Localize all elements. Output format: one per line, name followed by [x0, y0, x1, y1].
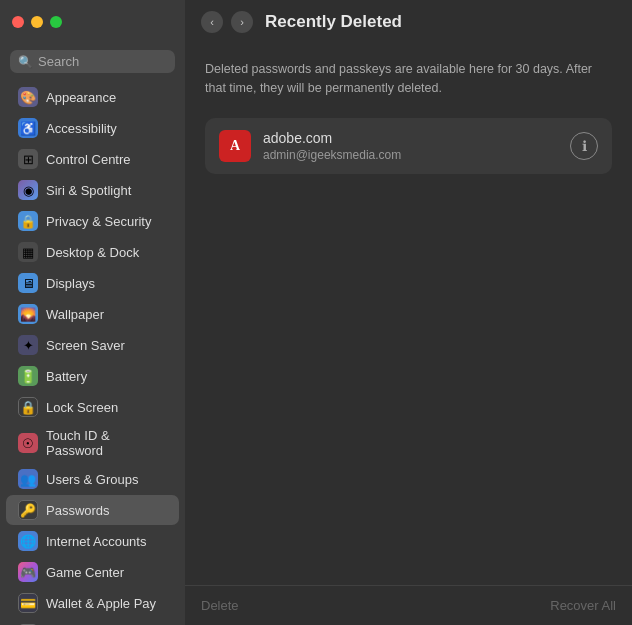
- password-email: admin@igeeksmedia.com: [263, 148, 558, 162]
- sidebar-item-label-desktop-dock: Desktop & Dock: [46, 245, 139, 260]
- recover-all-button[interactable]: Recover All: [550, 598, 616, 613]
- sidebar-item-label-wallet: Wallet & Apple Pay: [46, 596, 156, 611]
- sidebar-item-label-screen-saver: Screen Saver: [46, 338, 125, 353]
- game-center-icon: 🎮: [18, 562, 38, 582]
- sidebar-item-displays[interactable]: 🖥Displays: [6, 268, 179, 298]
- touch-id-icon: ☉: [18, 433, 38, 453]
- screen-saver-icon: ✦: [18, 335, 38, 355]
- sidebar-item-label-lock-screen: Lock Screen: [46, 400, 118, 415]
- sidebar-item-label-touch-id: Touch ID & Password: [46, 428, 167, 458]
- sidebar-item-touch-id[interactable]: ☉Touch ID & Password: [6, 423, 179, 463]
- sidebar-item-internet-accounts[interactable]: 🌐Internet Accounts: [6, 526, 179, 556]
- sidebar-item-label-siri-spotlight: Siri & Spotlight: [46, 183, 131, 198]
- close-button[interactable]: [12, 16, 24, 28]
- info-button[interactable]: ℹ: [570, 132, 598, 160]
- sidebar-item-label-privacy-security: Privacy & Security: [46, 214, 151, 229]
- sidebar-item-accessibility[interactable]: ♿Accessibility: [6, 113, 179, 143]
- lock-screen-icon: 🔒: [18, 397, 38, 417]
- sidebar-item-label-internet-accounts: Internet Accounts: [46, 534, 146, 549]
- sidebar-item-label-accessibility: Accessibility: [46, 121, 117, 136]
- forward-icon: ›: [240, 16, 244, 28]
- main-content: ‹ › Recently Deleted Deleted passwords a…: [185, 0, 632, 625]
- sidebar-item-label-wallpaper: Wallpaper: [46, 307, 104, 322]
- passwords-icon: 🔑: [18, 500, 38, 520]
- delete-button[interactable]: Delete: [201, 598, 239, 613]
- sidebar-item-desktop-dock[interactable]: ▦Desktop & Dock: [6, 237, 179, 267]
- sidebar-item-wallet[interactable]: 💳Wallet & Apple Pay: [6, 588, 179, 618]
- sidebar-item-privacy-security[interactable]: 🔒Privacy & Security: [6, 206, 179, 236]
- info-icon: ℹ: [582, 138, 587, 154]
- search-bar[interactable]: 🔍 Search: [10, 50, 175, 73]
- sidebar-item-label-control-centre: Control Centre: [46, 152, 131, 167]
- battery-icon: 🔋: [18, 366, 38, 386]
- sidebar-item-label-game-center: Game Center: [46, 565, 124, 580]
- sidebar-item-label-passwords: Passwords: [46, 503, 110, 518]
- sidebar-item-users-groups[interactable]: 👥Users & Groups: [6, 464, 179, 494]
- search-icon: 🔍: [18, 55, 33, 69]
- sidebar-item-lock-screen[interactable]: 🔒Lock Screen: [6, 392, 179, 422]
- sidebar-item-game-center[interactable]: 🎮Game Center: [6, 557, 179, 587]
- main-body: Deleted passwords and passkeys are avail…: [185, 44, 632, 585]
- main-header: ‹ › Recently Deleted: [185, 0, 632, 44]
- accessibility-icon: ♿: [18, 118, 38, 138]
- back-icon: ‹: [210, 16, 214, 28]
- titlebar: [0, 0, 185, 44]
- bottom-bar: Delete Recover All: [185, 585, 632, 625]
- maximize-button[interactable]: [50, 16, 62, 28]
- sidebar-item-control-centre[interactable]: ⊞Control Centre: [6, 144, 179, 174]
- sidebar-item-label-users-groups: Users & Groups: [46, 472, 138, 487]
- sidebar-item-battery[interactable]: 🔋Battery: [6, 361, 179, 391]
- forward-button[interactable]: ›: [231, 11, 253, 33]
- sidebar-item-wallpaper[interactable]: 🌄Wallpaper: [6, 299, 179, 329]
- description-text: Deleted passwords and passkeys are avail…: [205, 60, 612, 98]
- sidebar-item-appearance[interactable]: 🎨Appearance: [6, 82, 179, 112]
- back-button[interactable]: ‹: [201, 11, 223, 33]
- minimize-button[interactable]: [31, 16, 43, 28]
- sidebar-item-label-displays: Displays: [46, 276, 95, 291]
- privacy-security-icon: 🔒: [18, 211, 38, 231]
- desktop-dock-icon: ▦: [18, 242, 38, 262]
- password-site: adobe.com: [263, 130, 558, 146]
- appearance-icon: 🎨: [18, 87, 38, 107]
- sidebar: 🔍 Search 🎨Appearance♿Accessibility⊞Contr…: [0, 0, 185, 625]
- page-title: Recently Deleted: [265, 12, 402, 32]
- password-details: adobe.com admin@igeeksmedia.com: [263, 130, 558, 162]
- sidebar-list: 🎨Appearance♿Accessibility⊞Control Centre…: [0, 81, 185, 625]
- sidebar-item-siri-spotlight[interactable]: ◉Siri & Spotlight: [6, 175, 179, 205]
- wallet-icon: 💳: [18, 593, 38, 613]
- displays-icon: 🖥: [18, 273, 38, 293]
- wallpaper-icon: 🌄: [18, 304, 38, 324]
- sidebar-item-label-battery: Battery: [46, 369, 87, 384]
- sidebar-item-passwords[interactable]: 🔑Passwords: [6, 495, 179, 525]
- sidebar-item-screen-saver[interactable]: ✦Screen Saver: [6, 330, 179, 360]
- password-item[interactable]: A adobe.com admin@igeeksmedia.com ℹ: [205, 118, 612, 174]
- users-groups-icon: 👥: [18, 469, 38, 489]
- adobe-icon: A: [219, 130, 251, 162]
- siri-spotlight-icon: ◉: [18, 180, 38, 200]
- sidebar-item-keyboard[interactable]: ⌨Keyboard: [6, 619, 179, 625]
- internet-accounts-icon: 🌐: [18, 531, 38, 551]
- sidebar-item-label-appearance: Appearance: [46, 90, 116, 105]
- search-input[interactable]: Search: [38, 54, 79, 69]
- control-centre-icon: ⊞: [18, 149, 38, 169]
